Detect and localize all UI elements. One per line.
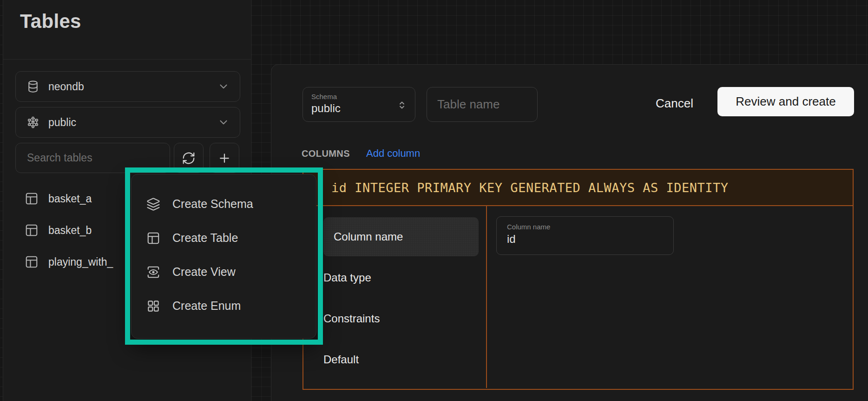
menu-item-label: Create Table — [172, 231, 238, 245]
database-select-value: neondb — [48, 80, 84, 93]
tab-column-name[interactable]: Column name — [323, 217, 479, 256]
schema-field-label: Schema — [311, 93, 407, 100]
column-sql-row[interactable]: id INTEGER PRIMARY KEY GENERATED ALWAYS … — [303, 170, 853, 206]
columns-heading: COLUMNS — [302, 148, 350, 159]
view-icon — [146, 265, 160, 279]
table-row-label: basket_a — [48, 193, 92, 205]
schema-icon — [26, 115, 40, 129]
refresh-button[interactable] — [174, 143, 204, 173]
sidebar-divider — [3, 59, 251, 60]
database-icon — [26, 80, 40, 94]
schema-select[interactable]: public — [15, 107, 240, 138]
column-sql-text: id INTEGER PRIMARY KEY GENERATED ALWAYS … — [331, 180, 729, 195]
chevrons-up-down-icon — [396, 100, 408, 111]
search-tables-input[interactable] — [15, 143, 170, 173]
table-row-label: playing_with_ — [48, 256, 113, 268]
sidebar-title: Tables — [20, 10, 81, 33]
menu-item-create-view[interactable]: Create View — [132, 255, 316, 289]
table-name-input[interactable] — [427, 87, 538, 122]
plus-icon — [217, 151, 231, 165]
table-icon — [25, 192, 39, 206]
add-column-link[interactable]: Add column — [366, 147, 420, 160]
tab-constraints[interactable]: Constraints — [323, 299, 479, 338]
tab-default[interactable]: Default — [323, 340, 479, 379]
table-row-label: basket_b — [48, 224, 92, 237]
refresh-icon — [182, 151, 196, 165]
column-detail: Column name — [486, 206, 853, 388]
menu-item-label: Create Schema — [172, 197, 253, 211]
column-name-field-label: Column name — [507, 223, 663, 231]
column-name-field[interactable]: Column name — [496, 216, 674, 255]
app-canvas: Tables neondb public — [0, 0, 868, 401]
review-and-create-button[interactable]: Review and create — [717, 87, 854, 116]
tab-data-type[interactable]: Data type — [323, 258, 479, 297]
table-icon — [25, 255, 39, 269]
table-icon — [25, 223, 39, 237]
layers-icon — [146, 197, 160, 211]
menu-item-label: Create Enum — [172, 299, 241, 313]
menu-item-label: Create View — [172, 265, 236, 279]
cancel-button[interactable]: Cancel — [645, 92, 704, 115]
create-menu: Create Schema Create Table Create View C… — [131, 174, 316, 339]
chevron-down-icon — [217, 116, 230, 128]
column-editor: id INTEGER PRIMARY KEY GENERATED ALWAYS … — [302, 169, 854, 390]
add-table-button[interactable] — [210, 143, 239, 173]
database-select[interactable]: neondb — [15, 71, 240, 102]
menu-item-create-table[interactable]: Create Table — [132, 221, 316, 255]
schema-select-value: public — [48, 116, 76, 129]
grid-icon — [146, 299, 160, 313]
create-table-panel: Schema public Cancel Review and create C… — [271, 64, 868, 401]
menu-item-create-schema[interactable]: Create Schema — [132, 187, 316, 221]
table-icon — [146, 231, 160, 245]
column-name-input[interactable] — [507, 233, 663, 246]
column-tabs: Column name Data type Constraints Defaul… — [303, 206, 486, 388]
menu-item-create-enum[interactable]: Create Enum — [132, 289, 316, 323]
chevron-down-icon — [217, 80, 230, 93]
editor-schema-select[interactable]: Schema public — [302, 87, 415, 122]
schema-field-value: public — [311, 102, 407, 115]
column-editor-body: Column name Data type Constraints Defaul… — [303, 206, 853, 388]
